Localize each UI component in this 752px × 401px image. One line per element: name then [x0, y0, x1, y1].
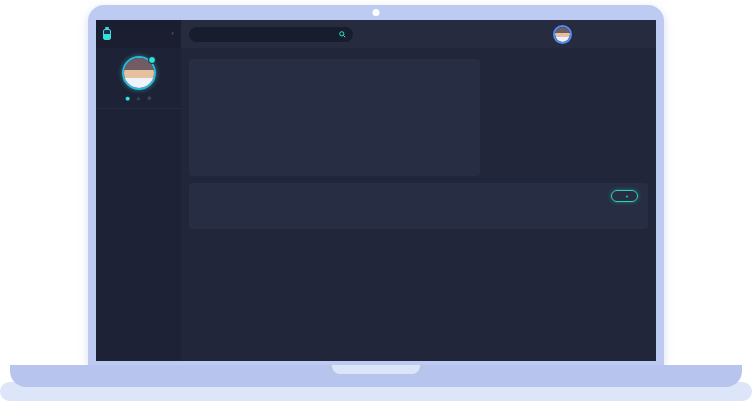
search-bar[interactable] [189, 27, 353, 42]
laptop-screen-bezel: ‹ ● ⌂ ⚙ [88, 5, 664, 365]
visit-from-countries-panel: ▼ [189, 183, 648, 229]
month-filter-dropdown[interactable]: ▼ [611, 190, 638, 202]
topbar-avatar[interactable] [553, 25, 572, 44]
analytics-line-chart [215, 78, 471, 160]
chart-x-axis [215, 160, 471, 169]
topbar [181, 20, 656, 48]
battery-logo-icon [103, 29, 111, 40]
webcam-icon [373, 9, 380, 16]
sidebar: ‹ ● ⌂ ⚙ [96, 20, 181, 361]
sidebar-nav [96, 119, 181, 361]
online-status-dot [148, 56, 156, 64]
legend-swatch-cyan [463, 68, 468, 73]
home-icon[interactable]: ⌂ [137, 95, 140, 101]
sidebar-collapse-icon[interactable]: ‹ [171, 30, 174, 38]
main-area: ▼ [181, 20, 656, 361]
search-input[interactable] [196, 30, 335, 38]
sidebar-section-label [96, 108, 181, 119]
user-profile: ● ⌂ ⚙ [96, 48, 181, 101]
legend-site-a[interactable] [445, 68, 453, 73]
legend-site-b[interactable] [463, 68, 471, 73]
user-avatar[interactable] [122, 56, 156, 90]
chevron-down-icon: ▼ [625, 194, 629, 199]
laptop-base [10, 365, 742, 387]
chart-y-axis [198, 78, 215, 160]
breadcrumb-row [181, 48, 656, 59]
avatar-photo [555, 27, 570, 42]
search-icon[interactable] [339, 31, 346, 38]
stats-column [487, 59, 648, 176]
status-icon[interactable]: ● [125, 95, 129, 101]
settings-gear-icon[interactable]: ⚙ [147, 95, 151, 101]
legend-swatch-purple [445, 68, 450, 73]
chart-legend [445, 66, 471, 73]
countries-table [199, 209, 638, 222]
app-logo[interactable]: ‹ [96, 20, 181, 48]
table-header [199, 209, 638, 222]
analytics-overview-panel [189, 59, 480, 176]
dashboard-screen: ‹ ● ⌂ ⚙ [96, 20, 656, 361]
laptop-base-notch [332, 365, 420, 374]
